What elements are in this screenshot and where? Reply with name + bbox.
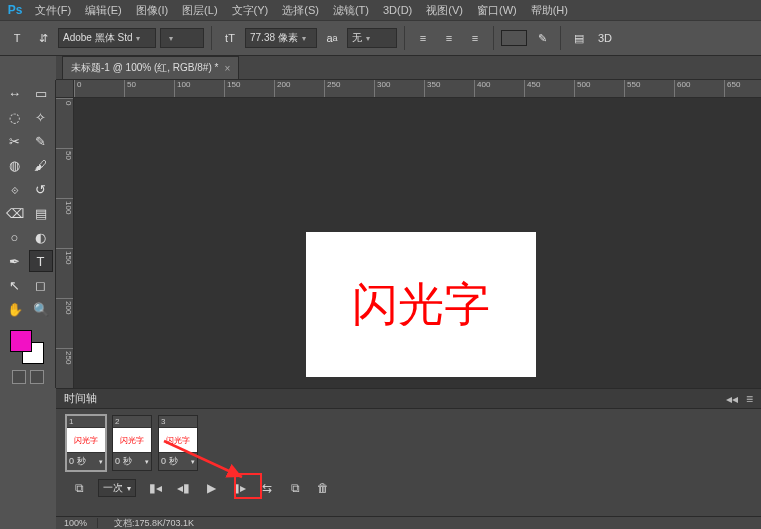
antialias-value: 无 bbox=[352, 31, 362, 45]
text-orientation-icon[interactable]: ⇵ bbox=[32, 27, 54, 49]
warp-text-icon[interactable]: ✎ bbox=[531, 27, 553, 49]
align-left-icon[interactable]: ≡ bbox=[412, 27, 434, 49]
tool-lasso[interactable]: ◌ bbox=[3, 106, 27, 128]
antialias-select[interactable]: 无 ▾ bbox=[347, 28, 397, 48]
tool-hand[interactable]: ✋ bbox=[3, 298, 27, 320]
document-tab-strip: 未标题-1 @ 100% (红, RGB/8#) * × bbox=[56, 56, 761, 80]
workspace: ↔▭◌✧✂✎◍🖌⟐↺⌫▤○◐✒T↖◻✋🔍 0501001502002503003… bbox=[0, 80, 761, 388]
quickmask-icon[interactable] bbox=[30, 370, 44, 384]
chevron-down-icon: ▾ bbox=[169, 34, 173, 43]
ruler-tick: 600 bbox=[674, 80, 724, 97]
text-color-swatch[interactable] bbox=[501, 30, 527, 46]
tool-artboard[interactable]: ▭ bbox=[29, 82, 53, 104]
loop-value: 一次 bbox=[103, 481, 123, 495]
menu-window[interactable]: 窗口(W) bbox=[470, 0, 524, 20]
menu-edit[interactable]: 编辑(E) bbox=[78, 0, 129, 20]
tool-brush[interactable]: 🖌 bbox=[29, 154, 53, 176]
convert-timeline-icon[interactable]: ⧉ bbox=[70, 479, 88, 497]
chevron-down-icon: ▾ bbox=[136, 34, 140, 43]
tool-gradient[interactable]: ▤ bbox=[29, 202, 53, 224]
tools-panel: ↔▭◌✧✂✎◍🖌⟐↺⌫▤○◐✒T↖◻✋🔍 bbox=[0, 80, 56, 388]
timeline-controls: ⧉ 一次 ▾ ▮◂ ◂▮ ▶ ▮▸ ⇆ ⧉ 🗑 bbox=[56, 471, 761, 501]
tool-zoom[interactable]: 🔍 bbox=[29, 298, 53, 320]
close-icon[interactable]: × bbox=[224, 63, 230, 74]
status-bar: 100% 文档:175.8K/703.1K bbox=[56, 516, 761, 529]
chevron-down-icon: ▾ bbox=[127, 484, 131, 493]
menu-file[interactable]: 文件(F) bbox=[28, 0, 78, 20]
frame-thumbnail: 闪光字 bbox=[159, 428, 197, 452]
standard-mode-icon[interactable] bbox=[12, 370, 26, 384]
frame-2[interactable]: 2闪光字0 秒▾ bbox=[112, 415, 152, 471]
tool-pen[interactable]: ✒ bbox=[3, 250, 27, 272]
menu-filter[interactable]: 滤镜(T) bbox=[326, 0, 376, 20]
antialias-label-icon: aa bbox=[321, 27, 343, 49]
ruler-tick: 100 bbox=[56, 198, 73, 248]
3d-button[interactable]: 3D bbox=[594, 27, 616, 49]
font-size-select[interactable]: 77.38 像素 ▾ bbox=[245, 28, 317, 48]
frame-delay[interactable]: 0 秒▾ bbox=[159, 452, 197, 470]
tool-healing[interactable]: ◍ bbox=[3, 154, 27, 176]
ruler-tick: 500 bbox=[574, 80, 624, 97]
foreground-color-swatch[interactable] bbox=[10, 330, 32, 352]
frame-1[interactable]: 1闪光字0 秒▾ bbox=[66, 415, 106, 471]
tool-type[interactable]: T bbox=[29, 250, 53, 272]
frame-thumbnail: 闪光字 bbox=[113, 428, 151, 452]
font-family-value: Adobe 黑体 Std bbox=[63, 31, 132, 45]
timeline-collapse-icon[interactable]: ◂◂ bbox=[726, 392, 738, 406]
prev-frame-icon[interactable]: ◂▮ bbox=[174, 479, 192, 497]
next-frame-icon[interactable]: ▮▸ bbox=[230, 479, 248, 497]
menu-type[interactable]: 文字(Y) bbox=[225, 0, 276, 20]
tool-eraser[interactable]: ⌫ bbox=[3, 202, 27, 224]
canvas-text-layer[interactable]: 闪光字 bbox=[352, 274, 490, 336]
canvas-area[interactable]: 050100150200250300350400450500550600650 … bbox=[56, 80, 761, 388]
frame-number: 3 bbox=[159, 416, 197, 428]
tool-history-brush[interactable]: ↺ bbox=[29, 178, 53, 200]
menu-3d[interactable]: 3D(D) bbox=[376, 0, 419, 20]
align-center-icon[interactable]: ≡ bbox=[438, 27, 460, 49]
zoom-level[interactable]: 100% bbox=[64, 518, 98, 528]
panels-icon[interactable]: ▤ bbox=[568, 27, 590, 49]
menu-view[interactable]: 视图(V) bbox=[419, 0, 470, 20]
tool-clone[interactable]: ⟐ bbox=[3, 178, 27, 200]
frame-number: 2 bbox=[113, 416, 151, 428]
font-family-select[interactable]: Adobe 黑体 Std ▾ bbox=[58, 28, 156, 48]
timeline-header: 时间轴 ◂◂ ≡ bbox=[56, 389, 761, 409]
tool-move[interactable]: ↔ bbox=[3, 82, 27, 104]
timeline-flyout-icon[interactable]: ≡ bbox=[746, 392, 753, 406]
quickmask-row bbox=[12, 370, 44, 384]
document-tab[interactable]: 未标题-1 @ 100% (红, RGB/8#) * × bbox=[62, 56, 239, 79]
color-swatches[interactable] bbox=[8, 330, 48, 364]
document-tab-label: 未标题-1 @ 100% (红, RGB/8#) * bbox=[71, 61, 218, 75]
play-icon[interactable]: ▶ bbox=[202, 479, 220, 497]
first-frame-icon[interactable]: ▮◂ bbox=[146, 479, 164, 497]
tool-blur[interactable]: ○ bbox=[3, 226, 27, 248]
frame-delay[interactable]: 0 秒▾ bbox=[67, 452, 105, 470]
tool-shape[interactable]: ◻ bbox=[29, 274, 53, 296]
delete-frame-icon[interactable]: 🗑 bbox=[314, 479, 332, 497]
font-style-select[interactable]: ▾ bbox=[160, 28, 204, 48]
menu-image[interactable]: 图像(I) bbox=[129, 0, 175, 20]
ruler-tick: 350 bbox=[424, 80, 474, 97]
frame-delay[interactable]: 0 秒▾ bbox=[113, 452, 151, 470]
duplicate-frame-icon[interactable]: ⧉ bbox=[286, 479, 304, 497]
tool-crop[interactable]: ✂ bbox=[3, 130, 27, 152]
ruler-tick: 200 bbox=[56, 298, 73, 348]
loop-select[interactable]: 一次 ▾ bbox=[98, 479, 136, 497]
menu-layer[interactable]: 图层(L) bbox=[175, 0, 224, 20]
menu-select[interactable]: 选择(S) bbox=[275, 0, 326, 20]
ruler-tick: 400 bbox=[474, 80, 524, 97]
frame-3[interactable]: 3闪光字0 秒▾ bbox=[158, 415, 198, 471]
tool-eyedropper[interactable]: ✎ bbox=[29, 130, 53, 152]
tool-dodge[interactable]: ◐ bbox=[29, 226, 53, 248]
ruler-tick: 150 bbox=[56, 248, 73, 298]
tool-path[interactable]: ↖ bbox=[3, 274, 27, 296]
tool-preset-icon[interactable]: T bbox=[6, 27, 28, 49]
text-size-icon: tT bbox=[219, 27, 241, 49]
tween-icon[interactable]: ⇆ bbox=[258, 479, 276, 497]
menu-help[interactable]: 帮助(H) bbox=[524, 0, 575, 20]
artboard[interactable]: 闪光字 bbox=[306, 232, 536, 377]
tool-magic-wand[interactable]: ✧ bbox=[29, 106, 53, 128]
ruler-tick: 550 bbox=[624, 80, 674, 97]
align-right-icon[interactable]: ≡ bbox=[464, 27, 486, 49]
divider bbox=[493, 26, 494, 50]
